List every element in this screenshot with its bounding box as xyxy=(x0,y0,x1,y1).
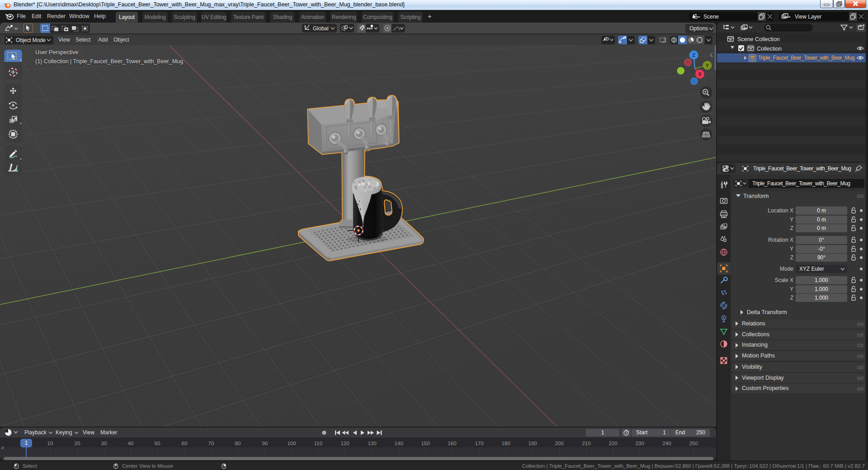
svg-text:X: X xyxy=(698,71,701,77)
svg-text:Y: Y xyxy=(706,63,709,68)
svg-text:Z: Z xyxy=(692,52,695,58)
